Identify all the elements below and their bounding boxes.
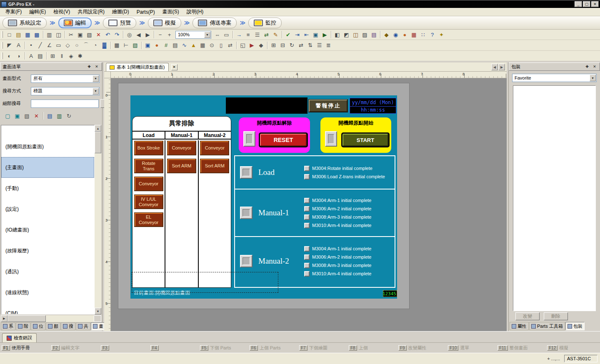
hmi-indicator[interactable]: M3010:Arm-4 initial complete bbox=[304, 271, 395, 277]
save-all-icon[interactable]: ▩ bbox=[32, 30, 41, 39]
next-screen-icon[interactable]: ▶ bbox=[143, 30, 152, 39]
hmi-indicator[interactable]: M3006:Arm-2 initial complete bbox=[304, 206, 395, 212]
close-button[interactable]: ✕ bbox=[591, 1, 599, 7]
customize-icon[interactable]: ✦ bbox=[437, 30, 446, 39]
options-icon[interactable]: ✱ bbox=[76, 52, 85, 60]
screen-preview-icon[interactable]: ▤ bbox=[45, 112, 54, 120]
hmi-clear-button[interactable]: Conveyor bbox=[168, 141, 196, 155]
ungroup-icon[interactable]: ⊟ bbox=[278, 41, 287, 50]
screen-refresh-icon[interactable]: ↻ bbox=[65, 112, 73, 120]
hmi-screen[interactable]: 警報停止 yy/mm/dd (Mon) hh:mm:ss 異常排除 LoadMa… bbox=[130, 95, 397, 299]
object-lock-icon[interactable]: ◈ bbox=[67, 52, 75, 60]
menu-item-5[interactable]: 繪圖(D) bbox=[108, 7, 133, 16]
duplicate-screen-icon[interactable]: ▧ bbox=[22, 112, 31, 120]
text-tool-icon[interactable]: A bbox=[14, 41, 23, 50]
system-settings-button[interactable]: 系統設定 bbox=[2, 17, 47, 28]
rect-tool-icon[interactable]: ▭ bbox=[54, 41, 63, 50]
panel-size-grip[interactable] bbox=[94, 315, 101, 322]
screen-list-horizontal-scrollbar[interactable]: ◀ ▶ bbox=[1, 315, 94, 322]
language-change-icon[interactable]: A bbox=[27, 52, 35, 60]
hmi-indicator[interactable]: M3004:Rotate initial complete bbox=[304, 166, 395, 171]
template-icon[interactable]: ▨ bbox=[360, 30, 369, 39]
hmi-section-switch[interactable] bbox=[240, 255, 252, 267]
hmi-start-switch[interactable] bbox=[325, 131, 337, 147]
hmi-status-table[interactable]: LoadM3004:Rotate initial completeM3006:L… bbox=[234, 155, 395, 288]
dropdown-arrow-icon[interactable]: ▼ bbox=[92, 75, 99, 82]
copy-screen-icon[interactable]: ▣ bbox=[13, 112, 22, 120]
tab-共[interactable]: 共 bbox=[76, 322, 90, 330]
hmi-clear-button[interactable]: Sort ARM bbox=[200, 159, 229, 173]
grid-snap-icon[interactable]: ⊞ bbox=[48, 52, 57, 60]
hmi-reset-switch[interactable] bbox=[243, 131, 255, 147]
data-display-part-icon[interactable]: # bbox=[162, 41, 170, 50]
screen-list-item[interactable]: (故障履歷) bbox=[1, 240, 94, 261]
error-check-toolbar-icon[interactable]: ✔ bbox=[284, 30, 292, 39]
drawing-canvas[interactable]: 警報停止 yy/mm/dd (Mon) hh:mm:ss 異常排除 LoadMa… bbox=[111, 78, 507, 331]
lamp-part-icon[interactable]: ● bbox=[152, 41, 161, 50]
screen-list-item[interactable]: (通訊) bbox=[1, 261, 94, 282]
dot-tool-icon[interactable]: • bbox=[27, 41, 35, 50]
preview-state-icon[interactable]: ◑ bbox=[14, 52, 23, 60]
simulation-button[interactable]: 模擬 bbox=[148, 17, 181, 28]
hmi-clear-button[interactable]: EL Conveyor bbox=[135, 213, 163, 227]
menu-item-7[interactable]: 畫面(S) bbox=[159, 7, 183, 16]
tab-畫[interactable]: 畫 bbox=[91, 322, 105, 330]
hmi-clear-button[interactable]: Box Stroke bbox=[135, 141, 163, 155]
screen-list-item[interactable]: (連線狀態) bbox=[1, 282, 94, 303]
image-unit-icon[interactable]: ▦ bbox=[410, 30, 418, 39]
new-icon[interactable]: □ bbox=[5, 30, 14, 39]
screen-type-select[interactable]: 所有 ▼ bbox=[31, 75, 100, 83]
align-icon[interactable]: ☰ bbox=[315, 41, 324, 50]
security-icon[interactable]: ◆ bbox=[382, 30, 391, 39]
switch-part-icon[interactable]: ▣ bbox=[143, 41, 152, 50]
polygon-tool-icon[interactable]: ◇ bbox=[63, 41, 72, 50]
package-icon[interactable]: ◫ bbox=[351, 30, 360, 39]
tab-系[interactable]: 系 bbox=[1, 322, 15, 330]
language-icon[interactable]: ◉ bbox=[391, 30, 400, 39]
rotate-icon[interactable]: ↻ bbox=[288, 41, 296, 50]
image-tool-icon[interactable]: ▧ bbox=[131, 41, 140, 50]
hmi-start-group[interactable]: 開機歸原點開始 START bbox=[320, 117, 391, 153]
script-icon[interactable]: ∷ bbox=[419, 30, 428, 39]
delete-button[interactable]: 刪除 bbox=[544, 312, 568, 320]
print-icon[interactable]: ▥ bbox=[45, 30, 54, 39]
search-method-select[interactable]: 標題 ▼ bbox=[31, 87, 100, 95]
paste-icon[interactable]: ▧ bbox=[85, 30, 94, 39]
select-tool-icon[interactable]: ◤ bbox=[5, 41, 14, 50]
line-tool-icon[interactable]: ╱ bbox=[36, 41, 45, 50]
print-preview-icon[interactable]: ◫ bbox=[54, 30, 63, 39]
tab-搜[interactable]: 搜 bbox=[61, 322, 75, 330]
hmi-clear-button[interactable]: IV L/UL Conveyor bbox=[135, 195, 163, 209]
transfer-send-icon[interactable]: ⇥ bbox=[293, 30, 302, 39]
tab-屬性[interactable]: 屬性 bbox=[510, 322, 529, 330]
tab-base-screen[interactable]: 基本 1(開機回原點畫面) bbox=[106, 63, 169, 71]
toolbar-grip[interactable] bbox=[2, 42, 3, 49]
tab-階[interactable]: 階 bbox=[16, 322, 30, 330]
scroll-down-icon[interactable]: ▼ bbox=[95, 308, 101, 314]
state-change-icon[interactable]: ◐ bbox=[5, 52, 14, 60]
detail-search-input[interactable] bbox=[31, 100, 99, 108]
alarm-part-icon[interactable]: ▲ bbox=[189, 41, 198, 50]
hmi-reset-button[interactable]: RESET bbox=[259, 132, 308, 147]
favorite-select[interactable]: Favorite ▼ bbox=[512, 74, 597, 82]
hmi-indicator[interactable]: M3010:Arm-4 initial complete bbox=[304, 223, 395, 228]
tab-包裝[interactable]: 包裝 bbox=[565, 322, 585, 330]
order-icon[interactable]: ≣ bbox=[324, 41, 333, 50]
find-icon[interactable]: ◎ bbox=[125, 30, 134, 39]
dropdown-arrow-icon[interactable]: ▼ bbox=[92, 88, 99, 95]
scale-tool-icon[interactable]: ⊢ bbox=[122, 41, 130, 50]
package-list[interactable] bbox=[513, 85, 596, 311]
hmi-indicator[interactable]: M3006:Arm-2 initial complete bbox=[304, 254, 395, 260]
edit-button[interactable]: 編輯 bbox=[58, 17, 92, 28]
minimize-button[interactable]: _ bbox=[575, 1, 582, 7]
pin-icon[interactable]: ✚ bbox=[86, 64, 92, 70]
screen-page[interactable]: 警報停止 yy/mm/dd (Mon) hh:mm:ss 異常排除 LoadMa… bbox=[118, 83, 410, 309]
hmi-start-button[interactable]: START bbox=[341, 132, 390, 147]
flip-horizontal-icon[interactable]: ⇄ bbox=[297, 41, 305, 50]
screen-list-vertical-scrollbar[interactable]: ▲ ▼ bbox=[95, 125, 101, 314]
scrollbar-thumb[interactable] bbox=[95, 132, 101, 153]
color-settings-icon[interactable]: ● bbox=[400, 30, 409, 39]
flip-vertical-icon[interactable]: ⇅ bbox=[306, 41, 315, 50]
menu-item-3[interactable]: 檢視(V) bbox=[50, 7, 74, 16]
hmi-section-switch[interactable] bbox=[240, 207, 252, 219]
